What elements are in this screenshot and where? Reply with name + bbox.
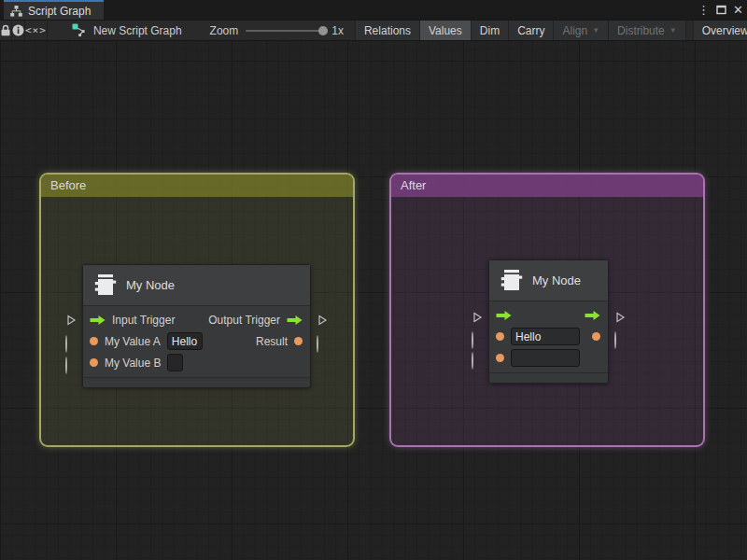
value-b-input[interactable] — [167, 354, 183, 371]
info-icon — [12, 24, 24, 36]
value-a-input[interactable] — [511, 328, 580, 345]
port-row-value-b: My Value B — [83, 352, 310, 373]
port-row-value-a: My Value A Result — [83, 330, 310, 352]
maximize-icon[interactable] — [716, 5, 726, 15]
external-value-port[interactable] — [472, 353, 483, 364]
port-label-input-trigger: Input Trigger — [112, 314, 175, 327]
port-row-trigger: Input Trigger Output Trigger — [83, 309, 310, 330]
code-view-icon: <×> — [25, 24, 47, 36]
more-options-icon[interactable]: ⋮ — [698, 0, 710, 20]
triangle-port-icon — [317, 315, 328, 326]
node-body — [489, 301, 608, 372]
tab-script-graph[interactable]: Script Graph — [4, 0, 104, 20]
external-value-port[interactable] — [472, 332, 483, 343]
overview-button[interactable]: Overview — [693, 21, 747, 40]
external-value-port[interactable] — [65, 357, 77, 369]
value-port-icon[interactable] — [496, 354, 504, 362]
port-row-value-b — [489, 347, 608, 369]
close-icon[interactable]: ✕ — [733, 0, 743, 20]
trigger-input-arrow-icon[interactable] — [90, 315, 106, 326]
port-row-trigger — [489, 304, 608, 326]
node-footer — [83, 377, 310, 387]
values-toggle[interactable]: Values — [420, 21, 472, 40]
node-body: Input Trigger Output Trigger My Value A … — [83, 306, 310, 377]
port-label-result: Result — [256, 335, 288, 348]
external-trigger-port[interactable] — [317, 313, 328, 324]
sitemap-icon — [10, 6, 22, 17]
carry-toggle[interactable]: Carry — [509, 21, 554, 40]
circle-port-icon — [65, 357, 67, 374]
port-label-output-trigger: Output Trigger — [208, 314, 280, 327]
group-after-header[interactable]: After — [391, 175, 703, 197]
circle-port-icon — [472, 352, 473, 370]
circle-port-icon — [65, 335, 67, 353]
external-trigger-port[interactable] — [65, 313, 77, 324]
external-trigger-port[interactable] — [614, 310, 626, 321]
node-my-node-after[interactable]: My Node — [488, 259, 609, 384]
script-graph-window: Script Graph ⋮ ✕ <×> — [0, 0, 747, 560]
external-value-port[interactable] — [317, 336, 328, 347]
zoom-value: 1x — [331, 24, 344, 37]
zoom-label: Zoom — [210, 24, 239, 37]
group-before-label: Before — [50, 178, 86, 192]
info-button[interactable] — [12, 21, 25, 40]
chevron-down-icon: ▼ — [669, 26, 677, 35]
circle-port-icon — [472, 331, 473, 349]
trigger-output-arrow-icon[interactable] — [585, 310, 600, 321]
group-after-label: After — [401, 178, 426, 192]
new-script-graph-button[interactable]: New Script Graph — [64, 21, 190, 40]
relations-toggle[interactable]: Relations — [356, 21, 420, 40]
value-port-icon[interactable] — [592, 332, 600, 341]
value-port-icon[interactable] — [90, 358, 98, 367]
unit-node-icon — [92, 273, 118, 299]
value-port-icon[interactable] — [90, 337, 98, 345]
circle-port-icon — [317, 335, 318, 353]
node-my-node-before[interactable]: My Node Input Trigger Output Trigger — [82, 264, 311, 388]
toolbar-toggles: Relations Values Dim Carry Align ▼ Distr… — [355, 21, 747, 40]
zoom-slider[interactable] — [246, 30, 324, 32]
trigger-input-arrow-icon[interactable] — [496, 310, 512, 321]
distribute-dropdown[interactable]: Distribute ▼ — [609, 21, 686, 40]
zoom-control: Zoom 1x — [210, 21, 344, 40]
triangle-port-icon — [614, 312, 626, 323]
triangle-port-icon — [65, 315, 77, 326]
chevron-down-icon: ▼ — [592, 26, 599, 35]
lock-button[interactable] — [0, 21, 12, 40]
node-header[interactable]: My Node — [83, 265, 310, 306]
node-header[interactable]: My Node — [489, 260, 608, 301]
graph-canvas[interactable]: Before After My Node — [0, 41, 747, 560]
circle-port-icon — [614, 331, 616, 349]
port-row-value-a — [489, 326, 608, 347]
graph-node-icon — [72, 23, 87, 37]
unit-node-icon — [499, 268, 524, 294]
port-label-my-value-a: My Value A — [105, 335, 161, 348]
tab-title: Script Graph — [28, 5, 91, 18]
value-b-input[interactable] — [511, 349, 580, 367]
code-view-button[interactable]: <×> — [25, 21, 48, 40]
value-port-icon[interactable] — [496, 332, 504, 341]
node-footer — [489, 372, 608, 383]
tab-bar: Script Graph ⋮ ✕ — [0, 0, 747, 20]
value-port-icon[interactable] — [294, 337, 303, 345]
group-before-header[interactable]: Before — [41, 175, 353, 197]
external-trigger-port[interactable] — [472, 310, 483, 321]
window-controls: ⋮ ✕ — [698, 0, 743, 20]
zoom-slider-handle[interactable] — [318, 26, 328, 35]
toolbar: <×> New Script Graph Zoom 1x Relations — [0, 20, 747, 41]
new-script-graph-label: New Script Graph — [93, 24, 182, 37]
port-label-my-value-b: My Value B — [105, 357, 161, 370]
triangle-port-icon — [472, 312, 483, 323]
align-dropdown[interactable]: Align ▼ — [554, 21, 609, 40]
dim-toggle[interactable]: Dim — [472, 21, 509, 40]
value-a-input[interactable] — [167, 332, 203, 350]
node-title: My Node — [126, 278, 175, 292]
trigger-output-arrow-icon[interactable] — [287, 315, 303, 326]
node-title: My Node — [532, 273, 581, 287]
external-value-port[interactable] — [614, 332, 626, 343]
lock-icon — [0, 24, 11, 36]
external-value-port[interactable] — [65, 336, 77, 347]
